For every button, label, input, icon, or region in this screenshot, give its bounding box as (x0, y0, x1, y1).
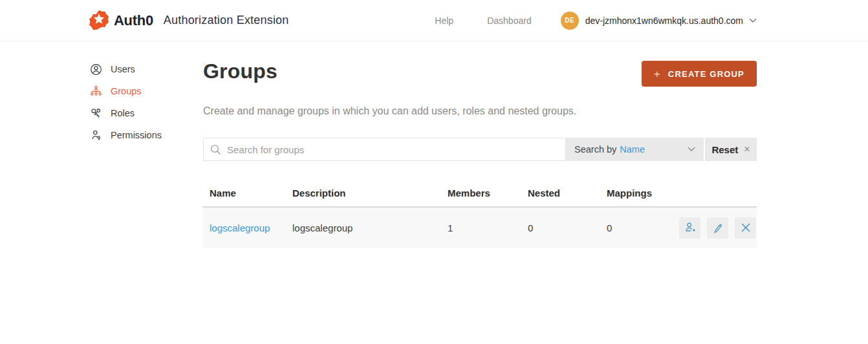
add-user-to-group-button[interactable] (679, 217, 700, 239)
sidebar-item-label: Groups (111, 86, 142, 96)
user-key-icon (89, 129, 102, 142)
pencil-icon (711, 222, 724, 234)
table-row: logscalegroup logscalegroup 1 0 0 (203, 208, 757, 248)
group-nested-count: 0 (521, 222, 600, 233)
edit-group-button[interactable] (707, 217, 728, 239)
table-header-row: Name Description Members Nested Mappings (203, 179, 757, 208)
group-description: logscalegroup (286, 222, 441, 233)
reset-label: Reset (711, 144, 738, 155)
column-header-name: Name (203, 188, 286, 199)
search-by-dropdown[interactable]: Search by Name (566, 138, 704, 161)
tenant-menu[interactable]: DE dev-jzmhonx1wn6wmkqk.us.auth0.com (561, 12, 757, 30)
page-title: Groups (203, 59, 277, 83)
help-link[interactable]: Help (435, 16, 453, 26)
dashboard-link[interactable]: Dashboard (487, 16, 532, 26)
user-circle-icon (89, 63, 102, 76)
sidebar-item-users[interactable]: Users (89, 58, 203, 80)
header-nav: Help Dashboard DE dev-jzmhonx1wn6wmkqk.u… (435, 12, 757, 30)
row-actions (670, 217, 757, 239)
search-bar: Search by Name Reset × (203, 138, 757, 161)
sidebar-item-label: Permissions (111, 130, 162, 140)
search-icon (210, 144, 221, 155)
group-mappings-count: 0 (600, 222, 670, 233)
sidebar-item-groups[interactable]: Groups (89, 80, 203, 102)
chevron-down-icon (749, 18, 757, 23)
sidebar-item-label: Roles (111, 108, 135, 118)
brand: Auth0 Authorization Extension (89, 10, 289, 31)
main: Groups + CREATE GROUP Create and manage … (203, 41, 757, 248)
chevron-down-icon (688, 147, 695, 152)
page: Auth0 Authorization Extension Help Dashb… (0, 0, 868, 344)
search-input-wrap (203, 138, 566, 161)
auth0-logo-icon (89, 10, 109, 31)
search-input[interactable] (227, 144, 559, 155)
brand-wordmark: Auth0 (114, 12, 153, 29)
keys-icon (89, 107, 102, 120)
column-header-nested: Nested (521, 188, 600, 199)
sidebar: Users Groups (89, 41, 203, 248)
tenant-domain: dev-jzmhonx1wn6wmkqk.us.auth0.com (585, 16, 743, 26)
page-description: Create and manage groups in which you ca… (203, 105, 757, 117)
column-header-description: Description (286, 188, 441, 199)
sidebar-item-roles[interactable]: Roles (89, 102, 203, 124)
search-by-label: Search by (574, 144, 616, 155)
title-row: Groups + CREATE GROUP (203, 59, 757, 87)
search-by-value: Name (620, 144, 645, 155)
app-title: Authorization Extension (164, 14, 289, 27)
column-header-members: Members (441, 188, 521, 199)
create-group-label: CREATE GROUP (668, 69, 744, 79)
group-members-count: 1 (441, 222, 521, 233)
reset-button[interactable]: Reset × (704, 138, 757, 161)
column-header-mappings: Mappings (600, 188, 670, 199)
groups-table: Name Description Members Nested Mappings… (203, 179, 757, 248)
plus-icon: + (654, 69, 661, 80)
sidebar-item-label: Users (111, 64, 135, 74)
close-icon (740, 222, 752, 233)
delete-group-button[interactable] (735, 217, 756, 239)
sidebar-item-permissions[interactable]: Permissions (89, 124, 203, 146)
group-name-link[interactable]: logscalegroup (203, 222, 286, 233)
content: Users Groups (0, 41, 868, 248)
create-group-button[interactable]: + CREATE GROUP (642, 61, 757, 87)
user-add-icon (684, 221, 697, 234)
org-chart-icon (89, 85, 102, 98)
avatar: DE (561, 12, 579, 30)
app-header: Auth0 Authorization Extension Help Dashb… (0, 0, 868, 41)
close-icon: × (744, 144, 750, 155)
